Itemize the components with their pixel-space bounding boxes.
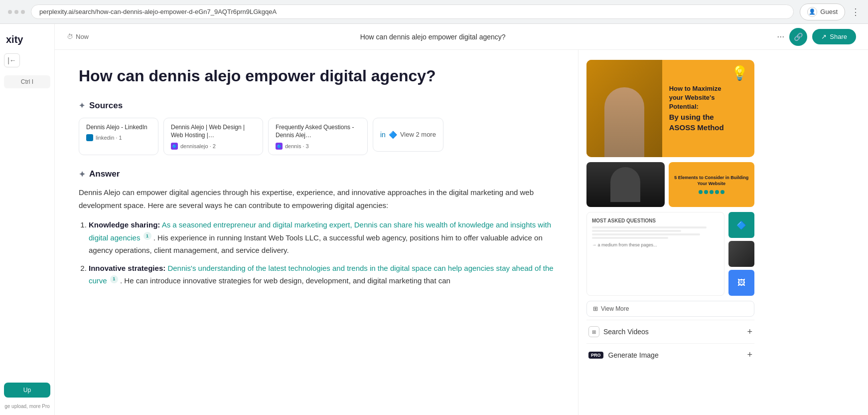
- topbar-time-label: Now: [76, 33, 89, 40]
- hero-text-overlay: 💡 How to Maximizeyour Website'sPotential…: [662, 60, 754, 157]
- main-content: How can dennis alejo empower digital age…: [55, 50, 578, 415]
- source-2-label: dennisalejo · 2: [180, 143, 216, 149]
- top-bar: ⏱ Now How can dennis alejo empower digit…: [55, 24, 868, 50]
- clock-icon: ⏱: [67, 33, 73, 40]
- browser-dot-3: [21, 10, 25, 14]
- share-button[interactable]: ↗ Share: [812, 29, 856, 44]
- answer-section: ✦ Answer Dennis Alejo can empower digita…: [79, 169, 554, 287]
- source-2-title: Dennis Alejo | Web Design | Web Hosting …: [171, 123, 256, 140]
- linkedin-icon-sm: in: [380, 131, 386, 139]
- source-1-meta: in linkedin · 1: [86, 134, 151, 141]
- answer-header: ✦ Answer: [79, 169, 554, 179]
- media-thumbnail-row: 5 Elements to Consider in BuildingYour W…: [586, 162, 754, 207]
- sources-icon: ✦: [79, 101, 85, 110]
- citation-1: 1: [144, 232, 151, 240]
- small-thumb-teal[interactable]: 🔷: [728, 212, 754, 238]
- browser-chrome: perplexity.ai/search/how-can-dennis-alej…: [0, 0, 868, 24]
- person-dark-image: [586, 162, 665, 207]
- answer-item-1: Knowledge sharing: As a seasoned entrepr…: [89, 218, 554, 257]
- generate-image-plus-button[interactable]: +: [747, 350, 752, 360]
- text-snippet-card[interactable]: MOST ASKED QUESTIONS → a medium from the…: [586, 212, 724, 296]
- browser-dot-1: [8, 10, 12, 14]
- sidebar-bottom-text: ge upload, more Pro: [4, 404, 50, 409]
- answer-intro-text: Dennis Alejo can empower digital agencie…: [79, 186, 554, 211]
- right-panel: 💡 How to Maximizeyour Website'sPotential…: [578, 50, 762, 415]
- guest-label: Guest: [820, 8, 838, 15]
- source-card-2[interactable]: Dennis Alejo | Web Design | Web Hosting …: [163, 118, 263, 156]
- answer-icon: ✦: [79, 170, 85, 179]
- search-videos-row: ⊞ Search Videos +: [586, 320, 754, 343]
- media-thumb-yellow[interactable]: 5 Elements to Consider in BuildingYour W…: [669, 162, 755, 207]
- topbar-title: How can dennis alejo empower digital age…: [95, 33, 771, 41]
- content-wrapper: How can dennis alejo empower digital age…: [55, 50, 868, 415]
- search-videos-icon: ⊞: [588, 326, 599, 337]
- source-1-title: Dennis Alejo - LinkedIn: [86, 123, 151, 132]
- source-card-3[interactable]: Frequently Asked Questions - Dennis Alej…: [268, 118, 368, 156]
- green-icon-sm: 🔷: [389, 131, 397, 139]
- citation-2: 1: [110, 275, 118, 283]
- pro-badge: PRO: [588, 352, 603, 359]
- sidebar-collapse-button[interactable]: |←: [4, 53, 20, 67]
- answer-item-2-title: Innovative strategies:: [89, 264, 165, 272]
- view-more-button[interactable]: ⊞ View More: [586, 301, 754, 317]
- page-title: How can dennis alejo empower digital age…: [79, 66, 554, 87]
- media-hero[interactable]: 💡 How to Maximizeyour Website'sPotential…: [586, 60, 754, 157]
- sidebar: xity |← Ctrl I Up ge upload, more Pro: [0, 24, 55, 415]
- linkedin-badge: in: [86, 134, 93, 141]
- dennis-badge: 🔷: [276, 143, 283, 150]
- sources-header-label: Sources: [89, 101, 123, 111]
- app-container: xity |← Ctrl I Up ge upload, more Pro ⏱ …: [0, 24, 868, 415]
- small-thumb-blue[interactable]: 🖼: [728, 270, 754, 296]
- browser-dots: [8, 10, 25, 14]
- view-more-sources[interactable]: in 🔷 View 2 more: [373, 118, 443, 152]
- answer-item-2: Innovative strategies: Dennis's understa…: [89, 262, 554, 287]
- guest-avatar: 👤: [807, 7, 817, 17]
- source-card-1[interactable]: Dennis Alejo - LinkedIn in linkedin · 1: [79, 118, 158, 156]
- search-videos-label-group: ⊞ Search Videos: [588, 326, 649, 337]
- sources-header: ✦ Sources: [79, 101, 554, 111]
- source-1-label: linkedin · 1: [96, 135, 122, 141]
- source-3-meta: 🔷 dennis · 3: [276, 143, 360, 150]
- search-videos-label: Search Videos: [603, 328, 649, 336]
- view-more-label: View More: [601, 305, 629, 312]
- source-3-label: dennis · 3: [285, 143, 309, 149]
- guest-button[interactable]: 👤 Guest: [800, 3, 845, 20]
- lightbulb-icon: 💡: [731, 65, 748, 81]
- source-2-meta: 🔷 dennisalejo · 2: [171, 143, 256, 150]
- media-thumb-dark[interactable]: [586, 162, 665, 207]
- browser-menu-dots[interactable]: ⋮: [851, 6, 860, 17]
- generate-image-label-group: PRO Generate Image: [588, 351, 659, 359]
- answer-item-2-text: Innovative strategies: Dennis's understa…: [89, 264, 554, 285]
- sidebar-ctrl-i-button[interactable]: Ctrl I: [4, 75, 50, 88]
- view-more-label: View 2 more: [400, 131, 436, 138]
- media-thumb-yellow-text: 5 Elements to Consider in BuildingYour W…: [674, 175, 748, 187]
- hero-title-text: How to Maximizeyour Website'sPotential: …: [669, 84, 747, 133]
- generate-image-row: PRO Generate Image +: [586, 343, 754, 366]
- generate-image-label: Generate Image: [608, 351, 659, 359]
- link-button[interactable]: 🔗: [789, 28, 807, 46]
- answer-item-1-text: Knowledge sharing: As a seasoned entrepr…: [89, 220, 551, 254]
- topbar-actions: ··· 🔗 ↗ Share: [777, 28, 856, 46]
- answer-header-label: Answer: [89, 169, 120, 179]
- search-videos-plus-button[interactable]: +: [747, 327, 752, 337]
- answer-item-1-title: Knowledge sharing:: [89, 220, 160, 229]
- small-thumbs-column: 🔷 🖼: [728, 212, 754, 296]
- browser-dot-2: [14, 10, 18, 14]
- hero-person-image: [586, 60, 662, 157]
- sources-grid: Dennis Alejo - LinkedIn in linkedin · 1 …: [79, 118, 554, 156]
- sidebar-logo: xity: [4, 30, 50, 49]
- small-thumb-dark[interactable]: [728, 241, 754, 267]
- view-more-icon: ⊞: [593, 305, 598, 312]
- topbar-time: ⏱ Now: [67, 33, 89, 40]
- sources-section: ✦ Sources Dennis Alejo - LinkedIn in lin…: [79, 101, 554, 156]
- source-3-title: Frequently Asked Questions - Dennis Alej…: [276, 123, 360, 140]
- sidebar-upgrade-button[interactable]: Up: [4, 383, 50, 398]
- address-bar[interactable]: perplexity.ai/search/how-can-dennis-alej…: [31, 4, 794, 19]
- answer-list: Knowledge sharing: As a seasoned entrepr…: [79, 218, 554, 287]
- share-label: Share: [830, 33, 847, 40]
- share-icon: ↗: [821, 33, 827, 40]
- topbar-more-button[interactable]: ···: [777, 31, 784, 42]
- dennisalejo-badge: 🔷: [171, 143, 178, 150]
